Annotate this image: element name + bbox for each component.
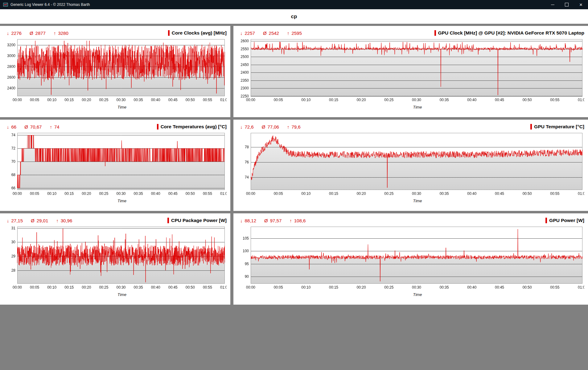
chart-grid: ↓2276 Ø2877 ↑3280 Core Clocks (avg) [MHz… [0,24,588,370]
stat-max-value: 108,6 [294,218,306,223]
chart-panel-cpu-package-power: ↓27,15 Ø29,01 ↑30,96 CPU Package Power [… [0,213,230,305]
line-chart-canvas[interactable] [4,131,227,198]
series-legend-marker [168,30,170,36]
maximize-button[interactable] [560,0,574,9]
avg-symbol-icon: Ø [30,31,33,36]
time-axis-label: Time [17,199,227,203]
stat-avg: Ø2877 [30,31,46,36]
stat-min-value: 72,6 [245,124,254,130]
stat-min-value: 27,15 [11,218,23,223]
stat-avg-value: 29,01 [37,218,48,223]
min-arrow-icon: ↓ [7,218,9,223]
chart-title: CPU Package Power [W] [167,218,227,223]
minimize-icon [551,5,554,5]
stat-max: ↑74 [50,124,59,130]
chart-stats: ↓2276 Ø2877 ↑3280 [4,31,68,36]
chart-panel-core-clocks: ↓2276 Ø2877 ↑3280 Core Clocks (avg) [MHz… [0,26,230,117]
minimize-button[interactable] [545,0,560,9]
series-legend-marker [545,218,547,223]
line-chart-canvas[interactable] [237,38,584,104]
chart-header: ↓27,15 Ø29,01 ↑30,96 CPU Package Power [… [4,216,227,225]
time-axis-label: Time [17,292,227,297]
chart-header: ↓2257 Ø2542 ↑2595 GPU Clock [MHz] @ GPU … [237,28,584,38]
stat-avg-value: 2877 [35,31,46,36]
stat-max: ↑2595 [287,31,302,36]
stat-avg: Ø77,06 [262,124,279,130]
avg-symbol-icon: Ø [264,218,268,223]
avg-symbol-icon: Ø [262,124,265,130]
stat-min: ↓66 [7,124,16,130]
chart-title-text: GPU Temperature [°C] [534,124,584,130]
stat-avg: Ø2542 [263,31,279,36]
line-chart-canvas[interactable] [237,225,584,292]
chart-stats: ↓27,15 Ø29,01 ↑30,96 [4,218,72,223]
time-axis-label: Time [251,105,584,109]
stat-avg-value: 77,06 [267,124,279,130]
stat-min: ↓2257 [240,31,255,36]
chart-title: Core Clocks (avg) [MHz] [168,30,227,36]
min-arrow-icon: ↓ [240,124,243,130]
stat-max-value: 74 [54,124,60,130]
chart-panel-gpu-clock: ↓2257 Ø2542 ↑2595 GPU Clock [MHz] @ GPU … [233,26,588,117]
chart-title: Core Temperatures (avg) [°C] [157,124,227,130]
time-axis-label: Time [17,105,227,109]
line-chart-canvas[interactable] [4,225,227,292]
stat-max-value: 79,6 [291,124,300,130]
stat-avg-value: 97,57 [270,218,282,223]
time-axis-label: Time [251,199,584,203]
stat-avg: Ø97,57 [264,218,282,223]
max-arrow-icon: ↑ [287,124,290,130]
chart-header: ↓2276 Ø2877 ↑3280 Core Clocks (avg) [MHz… [4,28,227,38]
chart-stats: ↓72,6 Ø77,06 ↑79,6 [237,124,301,130]
min-arrow-icon: ↓ [240,31,243,36]
max-arrow-icon: ↑ [290,218,292,223]
chart-header: ↓72,6 Ø77,06 ↑79,6 GPU Temperature [°C] [237,122,584,131]
chart-header: ↓88,12 Ø97,57 ↑108,6 GPU Power [W] [237,216,584,225]
min-arrow-icon: ↓ [7,31,9,36]
stat-min-value: 88,12 [245,218,257,223]
stat-min: ↓27,15 [7,218,23,223]
app-icon [3,2,8,7]
line-chart-canvas[interactable] [237,131,584,198]
stat-avg: Ø70,67 [24,124,42,130]
stat-max-value: 2595 [291,31,302,36]
stat-max: ↑3280 [54,31,68,36]
avg-symbol-icon: Ø [31,218,35,223]
window-title: Generic Log Viewer 6.4 - © 2022 Thomas B… [10,2,90,7]
time-axis-label: Time [251,292,584,297]
chart-title-text: GPU Power [W] [549,218,584,223]
chart-stats: ↓66 Ø70,67 ↑74 [4,124,60,130]
series-legend-marker [157,124,158,130]
min-arrow-icon: ↓ [240,218,243,223]
series-legend-marker [434,30,436,36]
close-icon: ✕ [579,2,583,7]
titlebar: Generic Log Viewer 6.4 - © 2022 Thomas B… [0,0,588,9]
chart-title: GPU Clock [MHz] @ GPU [#2]: NVIDIA GeFor… [434,30,584,36]
chart-stats: ↓2257 Ø2542 ↑2595 [237,31,302,36]
chart-title: GPU Temperature [°C] [530,124,584,130]
max-arrow-icon: ↑ [56,218,59,223]
stat-max: ↑30,96 [56,218,72,223]
close-button[interactable]: ✕ [574,0,588,9]
stat-min-value: 2257 [245,31,255,36]
maximize-icon [565,3,569,6]
max-arrow-icon: ↑ [287,31,290,36]
series-legend-marker [530,124,532,130]
window-controls: ✕ [545,0,588,9]
chart-header: ↓66 Ø70,67 ↑74 Core Temperatures (avg) [… [4,122,227,131]
stat-min: ↓72,6 [240,124,254,130]
chart-title-text: Core Clocks (avg) [MHz] [172,30,227,36]
chart-panel-core-temperatures: ↓66 Ø70,67 ↑74 Core Temperatures (avg) [… [0,120,230,211]
stat-min-value: 2276 [11,31,22,36]
page-header: cp [0,9,588,24]
avg-symbol-icon: Ø [24,124,28,130]
stat-max: ↑79,6 [287,124,301,130]
max-arrow-icon: ↑ [54,31,56,36]
line-chart-canvas[interactable] [4,38,227,104]
max-arrow-icon: ↑ [50,124,52,130]
chart-panel-gpu-temperature: ↓72,6 Ø77,06 ↑79,6 GPU Temperature [°C] … [233,120,588,211]
chart-title-text: GPU Clock [MHz] @ GPU [#2]: NVIDIA GeFor… [438,30,584,36]
series-legend-marker [167,218,169,223]
stat-avg-value: 70,67 [30,124,42,130]
min-arrow-icon: ↓ [7,124,9,130]
